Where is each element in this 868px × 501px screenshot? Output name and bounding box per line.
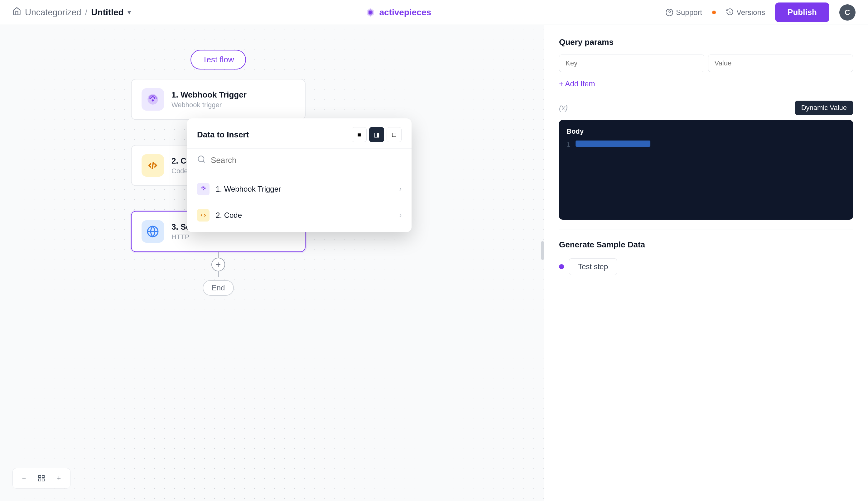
header-actions: Support Versions Publish C [665, 2, 856, 22]
versions-label: Versions [736, 8, 765, 17]
dynamic-value-tooltip: Dynamic Value [795, 100, 853, 115]
add-item-label: + Add Item [559, 79, 595, 88]
dti-items: 1. Webhook Trigger › 2. Code › [187, 172, 411, 232]
logo: activepieces [365, 7, 431, 18]
query-params-title: Query params [559, 38, 853, 47]
node-subtitle: HTTP [171, 233, 255, 241]
fx-badge: (x) [559, 104, 568, 112]
breadcrumb-title[interactable]: Untitled [91, 8, 124, 18]
dynamic-value-row: (x) Dynamic Value [559, 100, 853, 115]
dti-view-outline[interactable]: □ [387, 127, 401, 142]
zoom-in-button[interactable]: + [51, 471, 66, 486]
dti-chevron-icon: › [399, 185, 401, 193]
canvas: Test flow 1. Webhook Trigger Webhook tri… [0, 25, 544, 501]
body-line-content [576, 140, 650, 147]
dti-header: Data to Insert ■ ◨ □ [187, 118, 411, 149]
connector-3: + [131, 252, 305, 277]
dti-view-filled[interactable]: ■ [352, 127, 367, 142]
support-label: Support [676, 8, 702, 17]
test-step-dot [559, 264, 564, 269]
test-step-row: Test step [559, 258, 853, 275]
zoom-controls: − + [12, 468, 71, 489]
svg-rect-11 [42, 479, 44, 481]
search-icon [197, 155, 206, 166]
svg-rect-8 [39, 476, 41, 478]
svg-point-3 [152, 99, 154, 102]
support-button[interactable]: Support [665, 8, 702, 17]
node-webhook-trigger[interactable]: 1. Webhook Trigger Webhook trigger [131, 79, 305, 120]
http-icon [142, 220, 164, 243]
body-editor-title: Body [566, 127, 846, 136]
dti-search [187, 149, 411, 172]
publish-button[interactable]: Publish [775, 2, 829, 22]
breadcrumb-separator: / [85, 8, 87, 18]
webhook-icon [142, 88, 164, 110]
home-icon[interactable] [12, 7, 21, 18]
test-step-button[interactable]: Test step [569, 258, 617, 275]
panel-resize-handle[interactable] [541, 241, 544, 260]
breadcrumb: Uncategorized / Untitled ▾ [12, 7, 131, 18]
dti-item-label: 1. Webhook Trigger [216, 185, 281, 193]
avatar[interactable]: C [839, 4, 856, 21]
svg-rect-9 [42, 476, 44, 478]
breadcrumb-uncategorized: Uncategorized [25, 8, 81, 18]
svg-point-0 [369, 11, 372, 14]
svg-rect-10 [39, 479, 41, 481]
body-editor-line: 1 [566, 140, 846, 148]
dti-item-code[interactable]: 2. Code › [187, 202, 411, 228]
search-input[interactable] [211, 156, 401, 165]
data-to-insert-popup: Data to Insert ■ ◨ □ [187, 118, 411, 232]
zoom-out-button[interactable]: − [17, 471, 31, 486]
node-subtitle: Webhook trigger [171, 101, 247, 109]
add-item-button[interactable]: + Add Item [559, 77, 595, 90]
status-dot [712, 11, 716, 14]
versions-button[interactable]: Versions [726, 8, 765, 17]
header: Uncategorized / Untitled ▾ activepieces … [0, 0, 868, 25]
fit-button[interactable] [34, 471, 49, 486]
svg-point-5 [198, 156, 204, 162]
dti-item-label: 2. Code [216, 211, 242, 220]
dti-chevron-icon: › [399, 211, 401, 219]
dti-webhook-icon [197, 183, 210, 195]
test-flow-button[interactable]: Test flow [190, 50, 246, 70]
line-number: 1 [566, 141, 570, 148]
dti-item-webhook[interactable]: 1. Webhook Trigger › [187, 176, 411, 202]
body-editor[interactable]: Body 1 [559, 120, 853, 220]
dti-code-icon [197, 209, 210, 222]
kv-row [559, 54, 853, 72]
key-input[interactable] [559, 54, 704, 72]
logo-text: activepieces [379, 8, 431, 18]
add-step-button-3[interactable]: + [211, 258, 225, 271]
dti-view-half[interactable]: ◨ [369, 127, 384, 142]
node-title: 1. Webhook Trigger [171, 90, 247, 100]
node-content: 1. Webhook Trigger Webhook trigger [171, 90, 247, 109]
end-node: End [203, 280, 234, 296]
dti-view-buttons: ■ ◨ □ [352, 127, 401, 142]
generate-sample-title: Generate Sample Data [559, 240, 853, 249]
svg-line-6 [203, 161, 205, 162]
code-icon [142, 154, 164, 177]
chevron-down-icon[interactable]: ▾ [127, 8, 131, 17]
svg-point-7 [203, 189, 204, 190]
generate-sample-section: Generate Sample Data Test step [559, 230, 853, 275]
right-panel: Query params + Add Item (x) Dynamic Valu… [544, 25, 868, 501]
dti-title: Data to Insert [197, 130, 249, 140]
value-input[interactable] [708, 54, 853, 72]
